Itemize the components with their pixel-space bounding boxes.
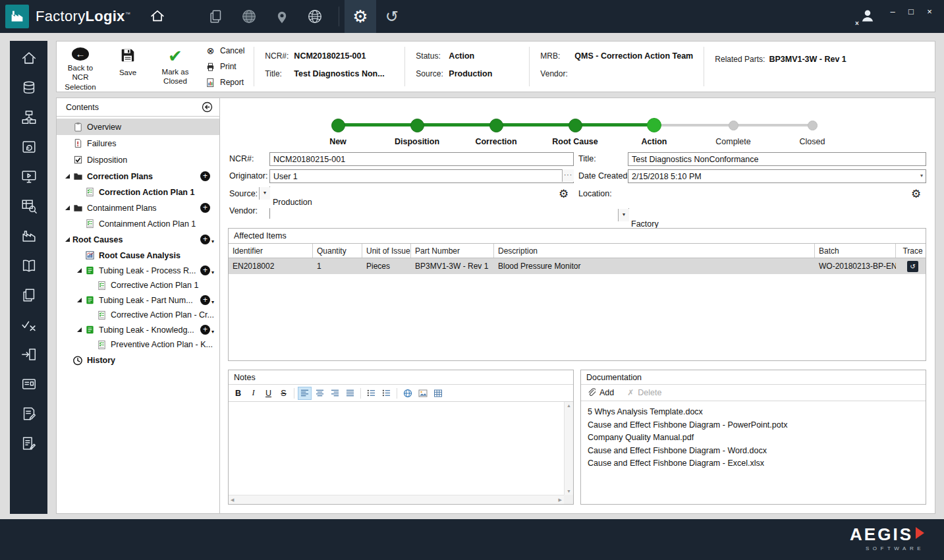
col-identifier[interactable]: Identifier: [229, 244, 313, 258]
mark-as-closed-button[interactable]: ✔ Mark asClosed: [152, 42, 199, 92]
expander-icon[interactable]: [62, 237, 72, 242]
nav-documentation-icon[interactable]: [20, 256, 38, 275]
expander-icon[interactable]: [74, 327, 84, 333]
location-pin-icon[interactable]: [273, 7, 291, 26]
combo-dropdown-icon[interactable]: ▾: [618, 209, 629, 221]
tree-item-corrective-action-plan-1[interactable]: Corrective Action Plan 1: [57, 278, 219, 293]
maximize-button[interactable]: □: [906, 7, 916, 16]
affected-item-row[interactable]: EN2018002 1 Pieces BP3MV1-3W - Rev 1 Blo…: [229, 258, 926, 274]
source-settings-gear-icon[interactable]: ⚙: [559, 187, 569, 201]
tree-item-corrective-action-plan-cr[interactable]: Corrective Action Plan - Cr...: [57, 308, 219, 322]
add-menu-arrow-icon[interactable]: ▾: [211, 299, 214, 305]
step-circle[interactable]: [410, 119, 424, 132]
tree-item-tubing-leak-part[interactable]: Tubing Leak - Part Num... + ▾: [57, 293, 219, 308]
align-left-button[interactable]: [298, 387, 312, 400]
insert-table-icon[interactable]: [431, 387, 445, 400]
col-batch[interactable]: Batch: [815, 244, 896, 258]
col-trace[interactable]: Trace: [896, 244, 926, 258]
nav-analysis-icon[interactable]: [20, 197, 38, 215]
minimize-button[interactable]: –: [887, 7, 898, 16]
tree-item-containment-plans[interactable]: Containment Plans +: [57, 200, 219, 216]
tree-item-root-causes[interactable]: Root Causes + ▾: [57, 231, 219, 248]
nav-edit-note2-icon[interactable]: [20, 434, 38, 453]
add-root-cause-button[interactable]: +: [200, 235, 210, 244]
step-circle[interactable]: [808, 121, 818, 130]
trace-button[interactable]: ↺: [907, 261, 918, 272]
nav-edit-note-icon[interactable]: [20, 405, 38, 423]
documents-icon[interactable]: [207, 7, 225, 26]
scroll-left-icon[interactable]: ◀: [231, 497, 234, 503]
nav-copy-icon[interactable]: [20, 286, 38, 304]
col-unit-of-issue[interactable]: Unit of Issue: [362, 244, 411, 258]
expander-icon[interactable]: [62, 205, 72, 211]
col-description[interactable]: Description: [494, 244, 815, 258]
history-icon[interactable]: ↺: [385, 9, 399, 24]
file-item[interactable]: 5 Whys Analysis Template.docx: [588, 406, 919, 419]
tree-item-correction-action-plan-1[interactable]: Correction Action Plan 1: [57, 184, 219, 200]
underline-button[interactable]: U: [262, 387, 275, 400]
add-menu-arrow-icon[interactable]: ▾: [211, 238, 214, 244]
bold-button[interactable]: B: [231, 387, 245, 400]
add-containment-plan-button[interactable]: +: [200, 203, 210, 213]
sign-out-user-icon[interactable]: ×: [860, 8, 875, 26]
tree-item-tubing-leak-knowledge[interactable]: Tubing Leak - Knowledg... + ▾: [57, 322, 219, 337]
ncr-input[interactable]: [269, 152, 574, 166]
italic-button[interactable]: I: [246, 387, 260, 400]
nav-factory-icon[interactable]: [20, 227, 38, 245]
settings-tab[interactable]: ⚙: [345, 0, 376, 33]
tree-item-root-cause-analysis[interactable]: Root Cause Analysis: [57, 248, 219, 263]
originator-input[interactable]: [269, 169, 574, 183]
collapse-panel-icon[interactable]: [202, 101, 213, 113]
expander-icon[interactable]: [62, 173, 72, 179]
file-item[interactable]: Cause and Effect Fishbone Diagram - Word…: [588, 445, 919, 458]
tree-item-correction-plans[interactable]: Correction Plans +: [57, 168, 219, 184]
strikethrough-button[interactable]: S: [277, 387, 291, 400]
nav-monitor-icon[interactable]: [20, 167, 38, 186]
align-right-button[interactable]: [328, 387, 342, 400]
tree-item-containment-action-plan-1[interactable]: Containment Action Plan 1: [57, 216, 219, 231]
tree-item-overview[interactable]: Overview: [57, 119, 219, 135]
tree-item-preventive-action-plan-k[interactable]: Preventive Action Plan - K...: [57, 337, 219, 352]
nav-materials-icon[interactable]: [20, 78, 38, 97]
combo-dropdown-icon[interactable]: ▾: [259, 187, 270, 200]
originator-browse-button[interactable]: ···: [562, 169, 574, 182]
nav-jobcard-icon[interactable]: [20, 375, 38, 393]
report-button[interactable]: Report: [206, 78, 244, 88]
align-justify-button[interactable]: [343, 387, 357, 400]
step-circle[interactable]: [729, 121, 738, 130]
notes-vertical-scrollbar[interactable]: ▲ ▼: [564, 402, 573, 495]
globe-icon[interactable]: [306, 7, 324, 26]
tree-item-tubing-leak-process[interactable]: Tubing Leak - Process R... + ▾: [57, 263, 219, 278]
numbered-list-button[interactable]: [379, 387, 393, 400]
tree-item-history[interactable]: History: [57, 352, 219, 368]
step-circle[interactable]: [331, 119, 345, 132]
file-item[interactable]: Cause and Effect Fishbone Diagram - Powe…: [588, 419, 919, 432]
step-circle[interactable]: [569, 119, 582, 132]
nav-quality-icon[interactable]: [20, 316, 38, 334]
date-created-input[interactable]: [628, 169, 926, 183]
file-item[interactable]: Cause and Effect Fishbone Diagram - Exce…: [588, 457, 919, 470]
save-button[interactable]: Save: [104, 42, 152, 92]
notes-editor[interactable]: ▲ ▼ ◀ ▶: [229, 402, 573, 504]
align-center-button[interactable]: [313, 387, 327, 400]
scroll-right-icon[interactable]: ▶: [559, 497, 562, 503]
back-to-ncr-selection-button[interactable]: ← Back toNCR Selection: [57, 42, 104, 92]
expander-icon[interactable]: [74, 297, 84, 303]
scroll-up-icon[interactable]: ▲: [567, 403, 571, 408]
col-quantity[interactable]: Quantity: [313, 244, 362, 258]
col-part-number[interactable]: Part Number: [411, 244, 494, 258]
tree-item-disposition[interactable]: Disposition: [57, 152, 219, 168]
bullet-list-button[interactable]: [364, 387, 378, 400]
insert-image-icon[interactable]: [416, 387, 430, 400]
scroll-down-icon[interactable]: ▼: [567, 489, 571, 493]
step-circle[interactable]: [647, 118, 661, 132]
print-button[interactable]: Print: [206, 62, 244, 72]
nav-process-icon[interactable]: [20, 108, 38, 126]
title-input[interactable]: [628, 152, 926, 166]
expander-icon[interactable]: [74, 267, 84, 273]
add-correction-plan-button[interactable]: +: [200, 171, 210, 181]
delete-document-button[interactable]: ✗ Delete: [627, 388, 661, 397]
add-menu-arrow-icon[interactable]: ▾: [211, 269, 214, 275]
add-action-plan-button[interactable]: +: [200, 325, 210, 335]
nav-revisions-icon[interactable]: [20, 138, 38, 156]
